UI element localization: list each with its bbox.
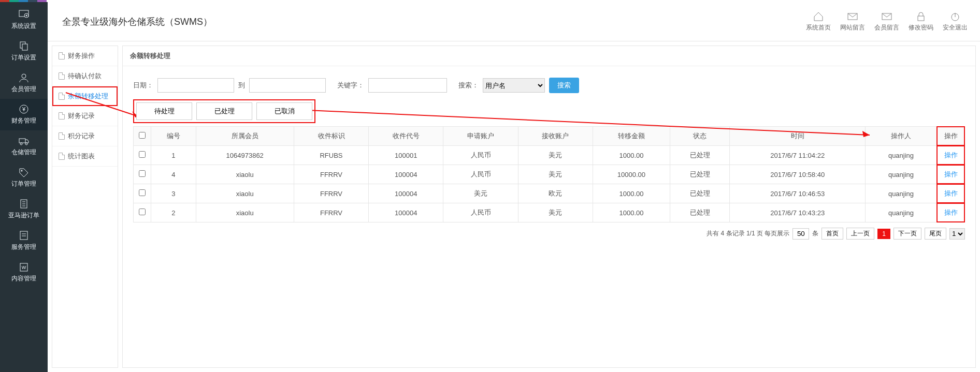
sidebar-item-member[interactable]: 会员管理 — [0, 67, 48, 99]
tab-processed[interactable]: 已处理 — [196, 102, 252, 120]
sidebar-label: 订单设置 — [11, 54, 36, 61]
cell-operator: quanjing — [865, 165, 936, 184]
cell-member: 1064973862 — [196, 146, 294, 165]
sidebar-item-finance[interactable]: ¥ 财务管理 — [0, 99, 48, 130]
main-sidebar: 系统设置 订单设置 会员管理 ¥ 财务管理 仓储管理 订单管理 亚马逊订单 服务 — [0, 2, 48, 372]
content-panel: 余额转移处理 日期： 到 关键字： 搜索： 用户名 搜索 待处理 已处理 — [122, 46, 976, 368]
cell-recvtag: FFRRV — [294, 203, 368, 222]
prev-page-button[interactable]: 上一页 — [846, 228, 874, 240]
cell-recvtag: FFRRV — [294, 165, 368, 184]
subnav-balance-transfer[interactable]: 余额转移处理 — [52, 86, 118, 106]
row-action-link[interactable]: 操作 — [944, 209, 958, 216]
svg-rect-23 — [918, 16, 924, 21]
header-member-msg[interactable]: 会员留言 — [874, 11, 899, 32]
select-all-checkbox[interactable] — [139, 132, 146, 139]
table-row: 2xiaoluFFRRV100004人民币美元1000.00已处理2017/6/… — [134, 203, 965, 222]
pager-summary: 共有 4 条记录 1/1 页 每页展示 — [707, 229, 789, 238]
svg-point-11 — [21, 170, 23, 172]
cell-no: 1 — [151, 146, 196, 165]
tab-cancelled[interactable]: 已取消 — [256, 102, 312, 120]
date-from-input[interactable] — [157, 78, 234, 93]
date-to-input[interactable] — [249, 78, 326, 93]
yen-circle-icon: ¥ — [18, 104, 30, 114]
row-action-link[interactable]: 操作 — [944, 170, 958, 178]
sidebar-item-amazon[interactable]: 亚马逊订单 — [0, 194, 48, 225]
cell-op: 操作 — [937, 146, 965, 165]
sidebar-item-service[interactable]: 服务管理 — [0, 225, 48, 257]
tag-icon — [18, 167, 30, 177]
data-table: 编号 所属会员 收件标识 收件代号 申请账户 接收账户 转移金额 状态 时间 操… — [133, 126, 965, 222]
cell-no: 4 — [151, 165, 196, 184]
cell-recvacct: 美元 — [518, 203, 593, 222]
file-icon — [59, 52, 65, 59]
person-icon — [18, 72, 30, 83]
cell-op: 操作 — [937, 184, 965, 203]
cell-applyacct: 人民币 — [443, 165, 518, 184]
subnav-stats-chart[interactable]: 统计图表 — [52, 146, 118, 167]
cell-status: 已处理 — [670, 203, 730, 222]
header-logout[interactable]: 安全退出 — [943, 11, 968, 32]
sidebar-label: 系统设置 — [11, 22, 36, 29]
row-checkbox[interactable] — [139, 189, 146, 196]
col-status: 状态 — [670, 127, 730, 146]
subnav-points-records[interactable]: 积分记录 — [52, 126, 118, 146]
cell-recvcode: 100001 — [369, 146, 443, 165]
cell-amount: 10000.00 — [593, 165, 670, 184]
next-page-button[interactable]: 下一页 — [893, 228, 921, 240]
row-action-link[interactable]: 操作 — [944, 189, 958, 197]
sidebar-item-system[interactable]: 系统设置 — [0, 4, 48, 36]
header-home[interactable]: 系统首页 — [806, 11, 831, 32]
cell-time: 2017/6/7 11:04:22 — [730, 146, 866, 165]
monitor-gear-icon — [18, 9, 30, 20]
svg-rect-4 — [22, 44, 27, 50]
last-page-button[interactable]: 尾页 — [925, 228, 946, 240]
subnav-pending-pay[interactable]: 待确认付款 — [52, 66, 118, 86]
svg-text:¥: ¥ — [22, 106, 26, 112]
document-lines-icon — [18, 199, 30, 209]
sidebar-item-orders[interactable]: 订单管理 — [0, 162, 48, 194]
power-icon — [949, 11, 961, 22]
goto-page-select[interactable]: 1 — [949, 228, 965, 240]
cell-amount: 1000.00 — [593, 146, 670, 165]
row-checkbox[interactable] — [139, 209, 146, 215]
current-page-button[interactable]: 1 — [877, 229, 890, 239]
svg-rect-16 — [20, 231, 27, 240]
header-site-msg[interactable]: 网站留言 — [840, 11, 865, 32]
cell-recvacct: 欧元 — [518, 184, 593, 203]
home-icon — [813, 11, 824, 22]
table-header-row: 编号 所属会员 收件标识 收件代号 申请账户 接收账户 转移金额 状态 时间 操… — [134, 127, 965, 146]
sidebar-label: 财务管理 — [11, 117, 36, 124]
sidebar-item-warehouse[interactable]: 仓储管理 — [0, 130, 48, 162]
col-member: 所属会员 — [196, 127, 294, 146]
sidebar-item-content[interactable]: W 内容管理 — [0, 257, 48, 288]
cell-no: 2 — [151, 203, 196, 222]
header-change-pwd[interactable]: 修改密码 — [909, 11, 933, 32]
per-page-input[interactable] — [792, 228, 809, 240]
page-title: 余额转移处理 — [123, 46, 975, 66]
file-icon — [59, 93, 65, 100]
envelope-icon — [847, 11, 858, 22]
truck-icon — [18, 136, 30, 146]
keyword-input[interactable] — [368, 78, 447, 93]
subnav-finance-records[interactable]: 财务记录 — [52, 106, 118, 126]
sidebar-label: 会员管理 — [11, 85, 36, 93]
cell-applyacct: 美元 — [443, 184, 518, 203]
first-page-button[interactable]: 首页 — [822, 228, 843, 240]
sidebar-item-order-config[interactable]: 订单设置 — [0, 36, 48, 67]
cell-operator: quanjing — [865, 146, 936, 165]
cell-applyacct: 人民币 — [443, 203, 518, 222]
subnav-finance-ops[interactable]: 财务操作 — [52, 46, 118, 66]
cell-op: 操作 — [937, 165, 965, 184]
subnav: 财务操作 待确认付款 余额转移处理 财务记录 积分记录 统计图表 — [52, 46, 118, 368]
tab-pending[interactable]: 待处理 — [136, 102, 192, 120]
col-recvacct: 接收账户 — [518, 127, 593, 146]
searchby-select[interactable]: 用户名 — [483, 78, 545, 93]
table-row: 3xiaoluFFRRV100004美元欧元1000.00已处理2017/6/7… — [134, 184, 965, 203]
cell-recvacct: 美元 — [518, 146, 593, 165]
search-button[interactable]: 搜索 — [549, 78, 579, 93]
row-checkbox[interactable] — [139, 170, 146, 177]
cell-recvcode: 100004 — [369, 184, 443, 203]
row-checkbox[interactable] — [139, 151, 146, 158]
lock-icon — [915, 11, 927, 22]
row-action-link[interactable]: 操作 — [944, 151, 958, 159]
